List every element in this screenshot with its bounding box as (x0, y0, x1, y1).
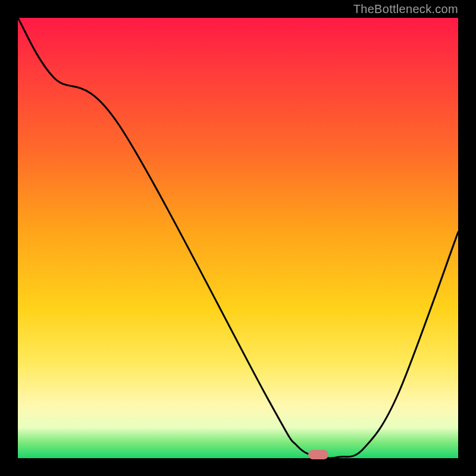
watermark-text: TheBottleneck.com (353, 2, 458, 16)
chart-frame: TheBottleneck.com (0, 0, 476, 476)
chart-line (18, 18, 458, 458)
chart-plot-area (18, 18, 458, 458)
chart-marker (308, 450, 328, 459)
chart-curve (18, 18, 458, 458)
